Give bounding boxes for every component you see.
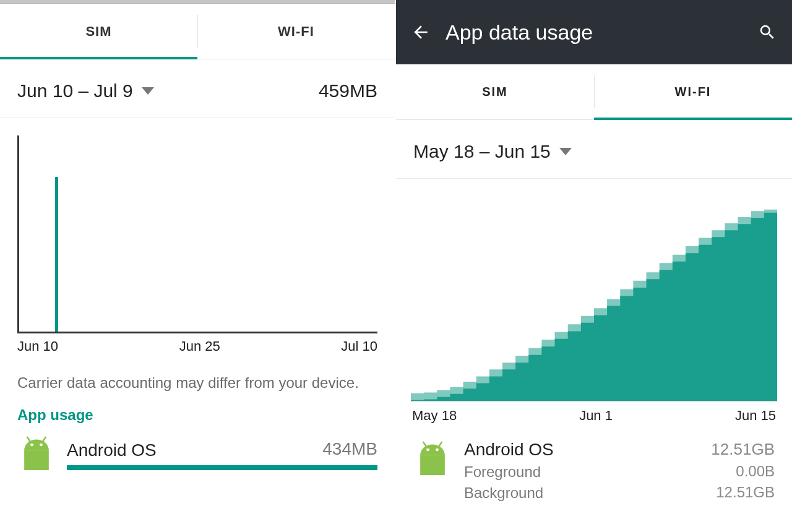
chevron-down-icon	[142, 87, 154, 95]
x-tick: Jun 10	[17, 338, 58, 354]
sim-usage-chart: Jun 10 Jun 25 Jul 10	[17, 135, 377, 354]
svg-line-9	[439, 442, 442, 447]
tabs: SIM WI-FI	[396, 64, 792, 120]
app-usage-row[interactable]: Android OS 434MB	[0, 435, 395, 476]
tab-sim[interactable]: SIM	[0, 4, 197, 59]
x-tick: Jun 25	[179, 338, 220, 354]
x-axis-labels: May 18 Jun 1 Jun 15	[412, 408, 776, 424]
period-selector[interactable]: Jun 10 – Jul 9	[17, 80, 154, 101]
wifi-data-usage-panel: App data usage SIM WI-FI May 18 – Jun 15…	[396, 0, 792, 532]
wifi-usage-chart: May 18 Jun 1 Jun 15	[411, 197, 777, 424]
x-tick: Jun 15	[735, 408, 776, 424]
android-robot-icon	[17, 435, 56, 476]
chevron-down-icon	[559, 148, 572, 155]
x-tick: Jul 10	[341, 338, 377, 354]
svg-rect-5	[420, 455, 445, 475]
search-icon	[758, 23, 777, 41]
appbar-title: App data usage	[446, 20, 742, 45]
back-button[interactable]	[408, 20, 433, 45]
svg-point-6	[426, 448, 429, 452]
tab-sim[interactable]: SIM	[396, 64, 594, 119]
background-label: Background	[464, 484, 554, 502]
tab-wifi-label: WI-FI	[278, 24, 314, 40]
period-selector[interactable]: May 18 – Jun 15	[413, 141, 572, 162]
x-axis-labels: Jun 10 Jun 25 Jul 10	[17, 338, 377, 354]
appbar: App data usage	[396, 0, 792, 64]
x-tick: Jun 1	[579, 408, 613, 424]
app-name: Android OS	[464, 440, 554, 460]
background-value: 12.51GB	[711, 484, 775, 501]
app-name: Android OS	[67, 440, 157, 460]
app-total-value: 12.51GB	[711, 440, 775, 459]
android-robot-icon	[413, 440, 452, 502]
svg-rect-0	[24, 450, 49, 470]
tab-wifi[interactable]: WI-FI	[197, 4, 395, 59]
tab-wifi[interactable]: WI-FI	[594, 64, 792, 119]
app-usage-bar	[67, 465, 377, 470]
tabs: SIM WI-FI	[0, 4, 395, 59]
svg-line-3	[27, 437, 30, 442]
period-row: May 18 – Jun 15	[396, 120, 792, 179]
tab-sim-label: SIM	[85, 24, 111, 40]
search-button[interactable]	[755, 20, 780, 45]
svg-point-1	[30, 444, 33, 447]
x-tick: May 18	[412, 408, 457, 424]
sim-data-usage-panel: SIM WI-FI Jun 10 – Jul 9 459MB Jun 10 Ju…	[0, 0, 396, 532]
app-info: Android OS 434MB	[67, 440, 377, 470]
app-usage-value: 434MB	[315, 439, 377, 459]
period-label: May 18 – Jun 15	[413, 141, 551, 162]
app-usage-summary[interactable]: Android OS Foreground Background 12.51GB…	[396, 424, 792, 502]
tab-sim-label: SIM	[482, 85, 508, 99]
svg-point-2	[40, 444, 43, 447]
svg-point-7	[436, 448, 439, 452]
carrier-disclaimer: Carrier data accounting may differ from …	[0, 361, 395, 403]
total-usage: 459MB	[319, 80, 377, 101]
tab-wifi-label: WI-FI	[675, 85, 712, 99]
foreground-value: 0.00B	[711, 463, 775, 480]
period-label: Jun 10 – Jul 9	[17, 80, 133, 101]
svg-line-8	[423, 442, 426, 447]
foreground-label: Foreground	[464, 463, 554, 481]
svg-line-4	[43, 437, 46, 442]
arrow-back-icon	[411, 22, 431, 42]
app-summary-columns: Android OS Foreground Background 12.51GB…	[464, 440, 775, 502]
app-usage-title: App usage	[0, 403, 395, 435]
period-row: Jun 10 – Jul 9 459MB	[0, 59, 395, 118]
